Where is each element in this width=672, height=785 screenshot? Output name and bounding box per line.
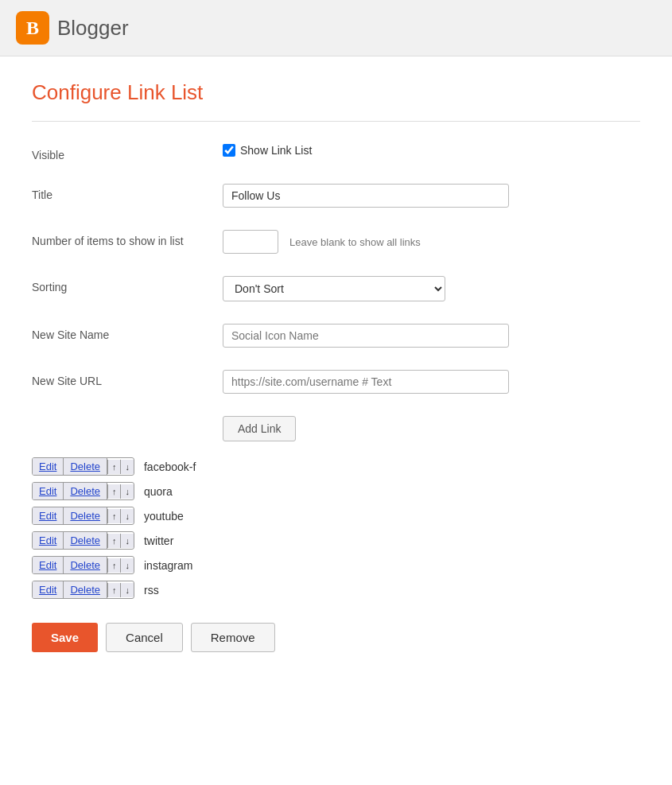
cancel-button[interactable]: Cancel bbox=[106, 623, 183, 652]
save-button[interactable]: Save bbox=[32, 623, 98, 652]
link-name-3: twitter bbox=[144, 534, 173, 547]
visible-row: Visible Show Link List bbox=[32, 144, 640, 161]
delete-button-1[interactable]: Delete bbox=[64, 483, 107, 499]
app-header: B Blogger bbox=[0, 0, 672, 56]
delete-button-2[interactable]: Delete bbox=[64, 507, 107, 524]
sorting-select[interactable]: Don't Sort Alphabetical (A-Z) Alphabetic… bbox=[223, 276, 445, 301]
up-arrow-4[interactable]: ↑ bbox=[107, 558, 121, 573]
edit-button-1[interactable]: Edit bbox=[33, 483, 64, 499]
new-site-url-label: New Site URL bbox=[32, 370, 223, 387]
page-title: Configure Link List bbox=[32, 80, 640, 105]
app-name: Blogger bbox=[57, 16, 129, 41]
down-arrow-3[interactable]: ↓ bbox=[120, 534, 134, 548]
up-arrow-2[interactable]: ↑ bbox=[107, 509, 121, 523]
edit-button-4[interactable]: Edit bbox=[33, 557, 64, 573]
link-name-5: rss bbox=[144, 584, 159, 597]
up-arrow-3[interactable]: ↑ bbox=[107, 534, 121, 548]
sorting-row: Sorting Don't Sort Alphabetical (A-Z) Al… bbox=[32, 276, 640, 301]
title-input[interactable] bbox=[223, 184, 509, 208]
links-list: Edit Delete ↑ ↓ facebook-f Edit Delete ↑… bbox=[32, 457, 640, 599]
link-name-0: facebook-f bbox=[144, 461, 196, 473]
edit-button-2[interactable]: Edit bbox=[33, 507, 64, 524]
link-controls-2: Edit Delete ↑ ↓ bbox=[32, 507, 134, 525]
items-row: Number of items to show in list Leave bl… bbox=[32, 230, 640, 254]
new-site-url-control bbox=[223, 370, 640, 394]
link-name-2: youtube bbox=[144, 510, 184, 523]
sorting-label: Sorting bbox=[32, 276, 223, 293]
add-link-button[interactable]: Add Link bbox=[223, 416, 296, 441]
items-control: Leave blank to show all links bbox=[223, 230, 640, 254]
new-site-name-control bbox=[223, 324, 640, 348]
delete-button-5[interactable]: Delete bbox=[64, 581, 107, 598]
new-site-url-input[interactable] bbox=[223, 370, 509, 394]
link-controls-4: Edit Delete ↑ ↓ bbox=[32, 556, 134, 574]
edit-button-0[interactable]: Edit bbox=[33, 458, 64, 475]
link-controls-0: Edit Delete ↑ ↓ bbox=[32, 457, 134, 476]
main-content: Configure Link List Visible Show Link Li… bbox=[0, 56, 672, 785]
link-name-1: quora bbox=[144, 485, 173, 498]
down-arrow-1[interactable]: ↓ bbox=[120, 484, 134, 499]
up-arrow-5[interactable]: ↑ bbox=[107, 583, 121, 597]
blogger-logo-icon: B bbox=[16, 11, 49, 45]
delete-button-3[interactable]: Delete bbox=[64, 532, 107, 549]
visible-label: Visible bbox=[32, 144, 223, 161]
list-item: Edit Delete ↑ ↓ youtube bbox=[32, 507, 640, 525]
sorting-control: Don't Sort Alphabetical (A-Z) Alphabetic… bbox=[223, 276, 640, 301]
list-item: Edit Delete ↑ ↓ instagram bbox=[32, 556, 640, 574]
list-item: Edit Delete ↑ ↓ twitter bbox=[32, 531, 640, 550]
title-control bbox=[223, 184, 640, 208]
down-arrow-4[interactable]: ↓ bbox=[120, 558, 134, 573]
down-arrow-5[interactable]: ↓ bbox=[120, 583, 134, 597]
divider bbox=[32, 121, 640, 122]
up-arrow-1[interactable]: ↑ bbox=[107, 484, 121, 499]
title-row: Title bbox=[32, 184, 640, 208]
visible-control: Show Link List bbox=[223, 144, 640, 157]
edit-button-5[interactable]: Edit bbox=[33, 581, 64, 598]
delete-button-4[interactable]: Delete bbox=[64, 557, 107, 573]
list-item: Edit Delete ↑ ↓ rss bbox=[32, 581, 640, 599]
new-site-name-label: New Site Name bbox=[32, 324, 223, 341]
down-arrow-2[interactable]: ↓ bbox=[120, 509, 134, 523]
edit-button-3[interactable]: Edit bbox=[33, 532, 64, 549]
up-arrow-0[interactable]: ↑ bbox=[107, 460, 121, 474]
link-controls-5: Edit Delete ↑ ↓ bbox=[32, 581, 134, 599]
list-item: Edit Delete ↑ ↓ quora bbox=[32, 482, 640, 500]
link-name-4: instagram bbox=[144, 559, 192, 572]
show-link-list-checkbox[interactable] bbox=[223, 144, 235, 157]
new-site-url-row: New Site URL bbox=[32, 370, 640, 394]
title-label: Title bbox=[32, 184, 223, 201]
down-arrow-0[interactable]: ↓ bbox=[120, 460, 134, 474]
new-site-name-row: New Site Name bbox=[32, 324, 640, 348]
items-count-input[interactable] bbox=[223, 230, 278, 254]
remove-button[interactable]: Remove bbox=[191, 623, 275, 652]
link-controls-3: Edit Delete ↑ ↓ bbox=[32, 531, 134, 550]
items-label: Number of items to show in list bbox=[32, 230, 223, 247]
new-site-name-input[interactable] bbox=[223, 324, 509, 348]
link-controls-1: Edit Delete ↑ ↓ bbox=[32, 482, 134, 500]
show-link-list-label[interactable]: Show Link List bbox=[223, 144, 312, 157]
items-hint: Leave blank to show all links bbox=[289, 236, 421, 248]
action-buttons: Save Cancel Remove bbox=[32, 623, 640, 652]
delete-button-0[interactable]: Delete bbox=[64, 458, 107, 475]
list-item: Edit Delete ↑ ↓ facebook-f bbox=[32, 457, 640, 476]
